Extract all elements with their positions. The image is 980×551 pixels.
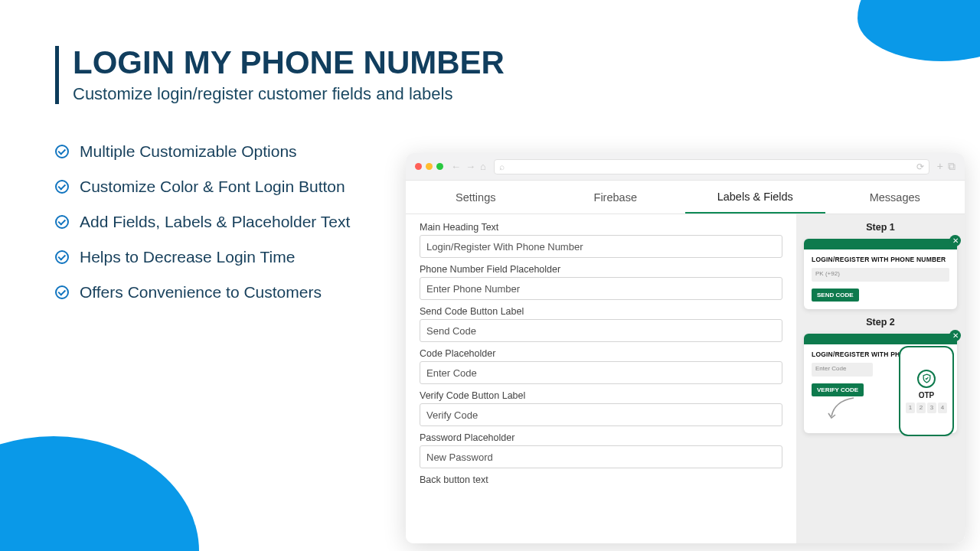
page-title: LOGIN MY PHONE NUMBER <box>73 46 949 80</box>
main-heading-label: Main Heading Text <box>420 222 782 233</box>
phone-mockup: OTP 1 2 3 4 <box>899 346 954 436</box>
otp-digit: 1 <box>906 403 915 413</box>
browser-window: ← → ⌂ ⌕ ⟳ + ⧉ Settings Firebase Labels &… <box>406 153 965 543</box>
back-icon[interactable]: ← <box>451 161 461 172</box>
check-icon <box>55 285 69 299</box>
reload-icon[interactable]: ⟳ <box>916 161 924 172</box>
check-icon <box>55 180 69 194</box>
close-window-icon[interactable] <box>415 163 422 170</box>
preview-phone-input: PK (+92) <box>812 268 949 282</box>
home-icon[interactable]: ⌂ <box>480 161 486 172</box>
check-icon <box>55 250 69 264</box>
check-icon <box>55 145 69 158</box>
page-header: LOGIN MY PHONE NUMBER Customize login/re… <box>55 46 949 104</box>
copy-icon[interactable]: ⧉ <box>948 160 956 173</box>
preview-card-step1: ✕ LOGIN/REGISTER WITH PHONE NUMBER PK (+… <box>804 239 957 309</box>
feature-text: Multiple Customizable Options <box>80 142 297 161</box>
otp-boxes: 1 2 3 4 <box>906 403 947 413</box>
send-code-input[interactable] <box>420 319 782 342</box>
code-placeholder-label: Code Placeholder <box>420 348 782 359</box>
page-subtitle: Customize login/register customer fields… <box>73 84 949 104</box>
arrow-icon <box>827 396 858 419</box>
tab-firebase[interactable]: Firebase <box>546 182 686 213</box>
verify-code-input[interactable] <box>420 403 782 426</box>
tab-labels-fields[interactable]: Labels & Fields <box>685 181 825 214</box>
otp-digit: 3 <box>927 403 936 413</box>
preview-code-input: Enter Code <box>812 363 873 377</box>
check-icon <box>55 215 69 229</box>
verify-code-label: Verify Code Button Label <box>420 390 782 401</box>
feature-text: Customize Color & Font Login Button <box>80 178 345 196</box>
new-tab-icon[interactable]: + <box>937 160 943 173</box>
otp-digit: 2 <box>916 403 926 413</box>
phone-placeholder-input[interactable] <box>420 277 782 300</box>
send-code-label: Send Code Button Label <box>420 306 782 317</box>
close-icon[interactable]: ✕ <box>949 235 961 246</box>
preview-heading: LOGIN/REGISTER WITH PHONE NUMBER <box>812 256 949 263</box>
browser-toolbar: ← → ⌂ ⌕ ⟳ + ⧉ <box>406 153 965 181</box>
main-heading-input[interactable] <box>420 235 782 258</box>
step1-label: Step 1 <box>804 222 957 233</box>
otp-digit: 4 <box>938 403 947 413</box>
code-placeholder-input[interactable] <box>420 361 782 384</box>
tabs-bar: Settings Firebase Labels & Fields Messag… <box>406 181 965 214</box>
forward-icon[interactable]: → <box>466 161 475 172</box>
maximize-window-icon[interactable] <box>436 163 443 170</box>
decorative-blob-bottom <box>0 436 199 551</box>
feature-text: Add Fields, Labels & Placeholder Text <box>80 213 350 231</box>
minimize-window-icon[interactable] <box>426 163 433 170</box>
form-column: Main Heading Text Phone Number Field Pla… <box>406 214 796 543</box>
close-icon[interactable]: ✕ <box>949 330 961 341</box>
step2-label: Step 2 <box>804 317 957 328</box>
tab-messages[interactable]: Messages <box>825 182 965 213</box>
feature-text: Offers Convenience to Customers <box>80 283 322 302</box>
window-controls <box>415 163 443 170</box>
address-bar[interactable]: ⌕ ⟳ <box>494 159 929 174</box>
search-icon: ⌕ <box>499 161 505 172</box>
preview-verify-code-button: VERIFY CODE <box>812 383 864 396</box>
phone-placeholder-label: Phone Number Field Placeholder <box>420 264 782 275</box>
back-button-label: Back button text <box>420 474 782 485</box>
feature-text: Helps to Decrease Login Time <box>80 248 295 266</box>
preview-send-code-button: SEND CODE <box>812 289 859 302</box>
shield-icon <box>917 370 936 388</box>
password-placeholder-label: Password Placeholder <box>420 432 782 443</box>
tab-settings[interactable]: Settings <box>406 182 546 213</box>
password-placeholder-input[interactable] <box>420 445 782 468</box>
preview-column: Step 1 ✕ LOGIN/REGISTER WITH PHONE NUMBE… <box>796 214 965 543</box>
otp-label: OTP <box>919 391 935 399</box>
